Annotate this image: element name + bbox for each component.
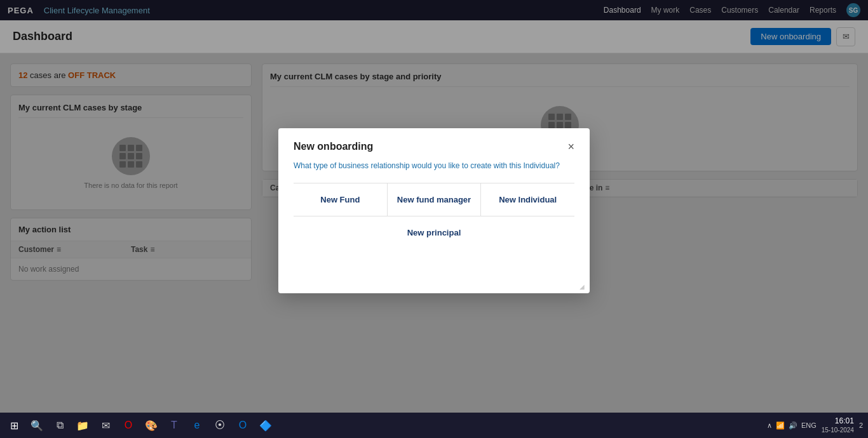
taskbar-search-icon[interactable]: 🔍 bbox=[27, 416, 46, 435]
taskbar-chevron-icon[interactable]: ∧ bbox=[767, 421, 772, 430]
option-new-individual[interactable]: New Individual bbox=[481, 183, 574, 216]
taskbar-teams-icon[interactable]: T bbox=[165, 416, 184, 435]
option-new-fund[interactable]: New Fund bbox=[294, 183, 388, 216]
option-new-principal[interactable]: New principal bbox=[294, 216, 574, 249]
modal-close-button[interactable]: × bbox=[567, 141, 574, 152]
taskbar-outlook-icon[interactable]: O bbox=[233, 416, 252, 435]
taskbar-task-view-icon[interactable]: ⧉ bbox=[50, 416, 69, 435]
option-new-fund-manager[interactable]: New fund manager bbox=[388, 183, 482, 216]
new-onboarding-modal: New onboarding × What type of business r… bbox=[278, 128, 590, 293]
modal-header: New onboarding × bbox=[294, 141, 574, 152]
taskbar-date-display: 15-10-2024 bbox=[822, 426, 854, 434]
taskbar-app-icon[interactable]: 🔷 bbox=[256, 416, 275, 435]
taskbar-network-icon[interactable]: 📶 bbox=[776, 421, 785, 430]
modal-options-row1: New Fund New fund manager New Individual bbox=[294, 183, 574, 216]
modal-options-row2: New principal bbox=[294, 216, 574, 249]
modal-resize-handle[interactable]: ◢ bbox=[580, 283, 587, 291]
taskbar-lang: ENG bbox=[801, 421, 817, 429]
taskbar-mail-icon[interactable]: ✉ bbox=[96, 416, 115, 435]
taskbar-volume-icon[interactable]: 🔊 bbox=[789, 421, 797, 430]
start-button[interactable]: ⊞ bbox=[5, 417, 24, 434]
taskbar-clock[interactable]: 16:01 15-10-2024 bbox=[822, 416, 854, 435]
taskbar: ⊞ 🔍 ⧉ 📁 ✉ O 🎨 T e ⦿ O 🔷 ∧ 📶 🔊 ENG 16:01 … bbox=[0, 413, 868, 438]
taskbar-sys-icons: ∧ 📶 🔊 ENG bbox=[767, 421, 817, 430]
taskbar-notification-count[interactable]: 2 bbox=[859, 421, 863, 429]
taskbar-chrome-icon[interactable]: ⦿ bbox=[210, 416, 229, 435]
taskbar-paint-icon[interactable]: 🎨 bbox=[142, 416, 161, 435]
modal-title: New onboarding bbox=[294, 141, 373, 152]
taskbar-time-display: 16:01 bbox=[822, 416, 854, 427]
taskbar-file-manager-icon[interactable]: 📁 bbox=[73, 416, 92, 435]
taskbar-right: ∧ 📶 🔊 ENG 16:01 15-10-2024 2 bbox=[767, 416, 863, 435]
taskbar-edge-icon[interactable]: e bbox=[187, 416, 207, 435]
modal-subtitle: What type of business relationship would… bbox=[294, 161, 574, 170]
taskbar-opera-icon[interactable]: O bbox=[119, 416, 138, 435]
